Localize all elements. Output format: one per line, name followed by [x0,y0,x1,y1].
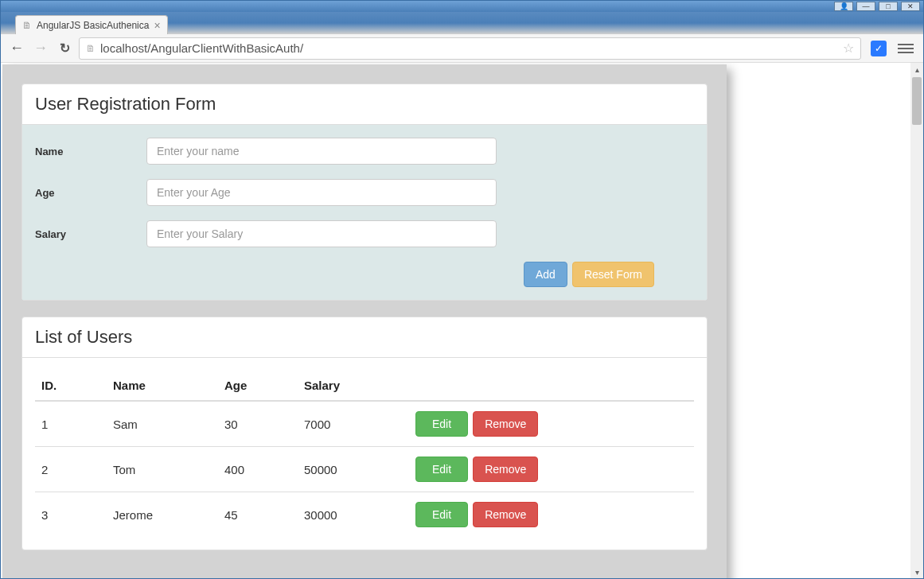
age-input[interactable] [146,179,497,206]
cell-id: 1 [35,401,107,447]
viewport: User Registration Form Name Age Salary [1,63,923,578]
hamburger-menu-icon[interactable] [898,44,914,53]
table-row: 3Jerome4530000EditRemove [35,492,694,538]
tab-strip: 🗎 AngularJS BasicAuthenica × [1,12,923,34]
list-heading: List of Users [22,317,707,358]
col-name: Name [107,371,218,401]
col-actions [409,371,694,401]
registration-form-panel: User Registration Form Name Age Salary [21,84,708,301]
edit-button[interactable]: Edit [415,411,468,437]
url-text: localhost/AngularClientWithBasicAuth/ [100,41,303,55]
col-salary: Salary [298,371,409,401]
col-age: Age [218,371,298,401]
remove-button[interactable]: Remove [473,411,538,437]
cell-name: Tom [107,447,218,492]
table-row: 1Sam307000EditRemove [35,401,694,447]
remove-button[interactable]: Remove [473,457,538,482]
cell-id: 2 [35,447,107,492]
salary-input[interactable] [146,220,497,247]
tab-title: AngularJS BasicAuthenica [37,20,149,31]
edit-button[interactable]: Edit [415,457,468,482]
minimize-button[interactable]: — [856,2,875,11]
cell-salary: 30000 [298,492,409,538]
cell-age: 400 [218,447,298,492]
scrollbar[interactable]: ▴ ▾ [910,63,923,578]
forward-button[interactable]: → [31,39,50,58]
back-button[interactable]: ← [7,39,26,58]
page-icon: 🗎 [86,43,96,54]
scroll-up-icon[interactable]: ▴ [910,63,923,76]
cell-salary: 7000 [298,401,409,447]
scrollbar-thumb[interactable] [912,77,922,125]
reload-button[interactable]: ↻ [55,39,74,58]
user-icon[interactable]: 👤 [834,2,853,11]
edit-button[interactable]: Edit [415,502,468,527]
table-row: 2Tom40050000EditRemove [35,447,694,492]
form-heading: User Registration Form [22,84,707,125]
salary-label: Salary [35,228,146,240]
maximize-button[interactable]: □ [879,2,898,11]
cell-age: 45 [218,492,298,538]
users-table: ID. Name Age Salary 1Sam307000EditRemove… [35,371,694,537]
file-icon: 🗎 [22,20,32,31]
remove-button[interactable]: Remove [473,502,538,527]
url-bar[interactable]: 🗎 localhost/AngularClientWithBasicAuth/ … [79,37,861,60]
name-input[interactable] [146,138,497,165]
browser-toolbar: ← → ↻ 🗎 localhost/AngularClientWithBasic… [1,34,923,63]
cell-id: 3 [35,492,107,538]
name-label: Name [35,146,146,157]
cell-name: Jerome [107,492,218,538]
cell-age: 30 [218,401,298,447]
scroll-down-icon[interactable]: ▾ [910,565,923,578]
cell-salary: 50000 [298,447,409,492]
bookmark-star-icon[interactable]: ☆ [843,41,854,56]
close-tab-icon[interactable]: × [154,19,160,32]
window-titlebar: 👤 — □ ✕ [1,1,923,12]
browser-tab[interactable]: 🗎 AngularJS BasicAuthenica × [15,15,168,34]
extension-icon[interactable]: ✓ [871,41,887,56]
add-button[interactable]: Add [524,262,567,287]
cell-name: Sam [107,401,218,447]
users-list-panel: List of Users ID. Name Age Salary [21,317,708,550]
col-id: ID. [35,371,107,401]
close-window-button[interactable]: ✕ [901,2,920,11]
age-label: Age [35,187,146,199]
reset-form-button[interactable]: Reset Form [572,262,654,287]
